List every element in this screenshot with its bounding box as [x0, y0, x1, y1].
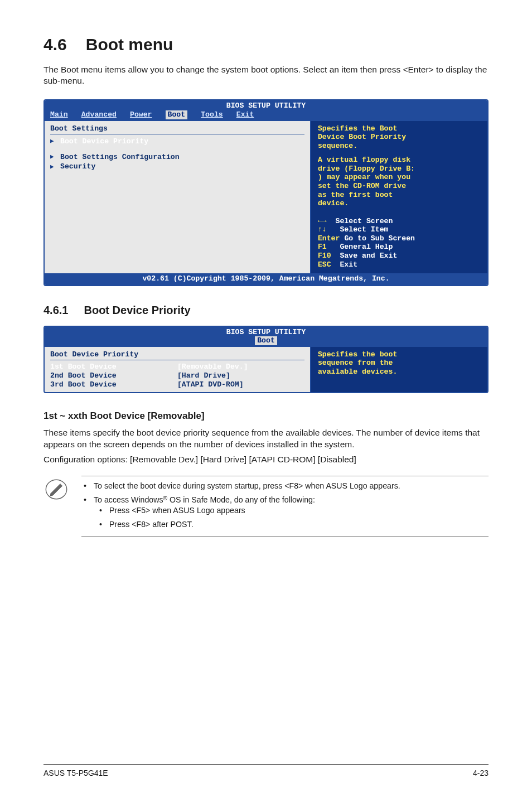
subsection-title-text: Boot Device Priority	[84, 304, 190, 316]
bios-nav-line: ↑↓ Select Item	[318, 225, 482, 234]
bios-row-label: 3rd Boot Device	[50, 380, 177, 389]
page-footer: ASUS T5-P5G41E 4-23	[43, 764, 489, 779]
note-content: To select the boot device during system …	[81, 476, 489, 537]
note-bullet-1: To select the boot device during system …	[81, 481, 489, 491]
bios-help-line: Specifies the boot	[318, 350, 482, 359]
note-sub-bullet-2: Press <F8> after POST.	[94, 519, 489, 530]
bios-nav-line: F1 General Help	[318, 243, 482, 252]
bios-help-line: Specifies the Boot	[318, 124, 482, 133]
bios-tab-bar: Boot	[45, 336, 487, 347]
bios-tab-boot: Boot	[166, 110, 188, 119]
bios-item-boot-settings-config: ▶ Boot Settings Configuration	[50, 152, 304, 162]
bios-tab-bar: Main Advanced Power Boot Tools Exit	[45, 110, 487, 121]
bios-item-security: ▶ Security	[50, 162, 304, 172]
bios-row-1st: 1st Boot Device [Removable Dev.]	[50, 363, 304, 371]
subsection-number: 4.6.1	[43, 303, 68, 318]
bios-help-line: as the first boot	[318, 191, 482, 200]
bios-help-line: device.	[318, 199, 482, 208]
bios-right-pane: Specifies the boot sequence from the ava…	[311, 347, 487, 392]
bios-row-value: [ATAPI DVD-ROM]	[177, 380, 304, 389]
option-paragraph-1: These items specify the boot device prio…	[43, 427, 489, 451]
note-block: To select the boot device during system …	[43, 476, 489, 537]
bios-row-label: 2nd Boot Device	[50, 371, 177, 380]
bios-nav-line: F10 Save and Exit	[318, 252, 482, 260]
bios-help-line: set the CD-ROM drive	[318, 182, 482, 191]
bios-help-line: sequence from the	[318, 359, 482, 368]
bios-tab-main: Main	[50, 110, 68, 119]
bios-nav-line: ESC Exit	[318, 260, 482, 269]
bios-row-3rd: 3rd Boot Device [ATAPI DVD-ROM]	[50, 380, 304, 389]
bios-nav-line: ←→ Select Screen	[318, 217, 482, 226]
bios-help-line: available devices.	[318, 368, 482, 376]
bios-screenshot-main: BIOS SETUP UTILITY Main Advanced Power B…	[43, 99, 489, 286]
bios-row-2nd: 2nd Boot Device [Hard Drive]	[50, 371, 304, 380]
option-heading: 1st ~ xxth Boot Device [Removable]	[43, 410, 489, 423]
bios-left-pane: Boot Device Priority 1st Boot Device [Re…	[45, 347, 311, 392]
option-paragraph-2: Configuration options: [Removable Dev.] …	[43, 454, 489, 466]
bios-help-line: drive (Floppy Drive B:	[318, 165, 482, 173]
bios-item-label: Boot Settings Configuration	[60, 153, 304, 162]
bios-screenshot-priority: BIOS SETUP UTILITY Boot Boot Device Prio…	[43, 326, 489, 393]
bios-tab-advanced: Advanced	[81, 110, 117, 119]
bios-nav-line: Enter Go to Sub Screen	[318, 234, 482, 243]
triangle-icon: ▶	[50, 138, 56, 145]
bios-item-boot-device-priority: ▶ Boot Device Priority	[50, 137, 304, 147]
triangle-icon: ▶	[50, 163, 56, 171]
bios-help-line: ) may appear when you	[318, 173, 482, 182]
section-number: 4.6	[43, 33, 67, 56]
bios-item-label: Boot Device Priority	[60, 137, 304, 146]
bios-tab-power: Power	[130, 110, 152, 119]
bios-right-pane: Specifies the Boot Device Boot Priority …	[311, 121, 487, 274]
pencil-note-icon	[43, 476, 69, 505]
bios-tab-boot: Boot	[255, 336, 277, 345]
intro-paragraph: The Boot menu items allow you to change …	[43, 64, 489, 88]
bios-row-value: [Removable Dev.]	[177, 363, 304, 371]
bios-help-line: Device Boot Priority	[318, 133, 482, 142]
section-title-text: Boot menu	[86, 35, 173, 54]
note-bullet-2: To access Windows® OS in Safe Mode, do a…	[81, 495, 489, 530]
bios-header: BIOS SETUP UTILITY	[45, 100, 487, 110]
registered-icon: ®	[163, 495, 167, 501]
bios-row-value: [Hard Drive]	[177, 371, 304, 380]
note-sub-bullet-1: Press <F5> when ASUS Logo appears	[94, 505, 489, 516]
footer-left: ASUS T5-P5G41E	[43, 768, 108, 779]
bios-item-label: Security	[60, 162, 304, 171]
bios-header: BIOS SETUP UTILITY	[45, 327, 487, 337]
bios-left-pane: Boot Settings ▶ Boot Device Priority ▶ B…	[45, 121, 311, 274]
subsection-heading: 4.6.1Boot Device Priority	[43, 303, 489, 318]
section-heading: 4.6Boot menu	[43, 33, 489, 56]
bios-row-label: 1st Boot Device	[50, 363, 177, 371]
arrows-ud-icon: ↑↓	[318, 225, 327, 234]
footer-right: 4-23	[473, 768, 489, 779]
bios-tab-exit: Exit	[236, 110, 254, 119]
bios-footer: v02.61 (C)Copyright 1985-2009, American …	[45, 273, 487, 285]
arrows-lr-icon: ←→	[318, 217, 327, 225]
bios-help-line: A virtual floppy disk	[318, 156, 482, 165]
bios-tab-tools: Tools	[201, 110, 223, 119]
bios-group-title: Boot Device Priority	[50, 350, 304, 359]
bios-group-title: Boot Settings	[50, 124, 304, 133]
triangle-icon: ▶	[50, 153, 56, 161]
bios-help-line: sequence.	[318, 142, 482, 151]
